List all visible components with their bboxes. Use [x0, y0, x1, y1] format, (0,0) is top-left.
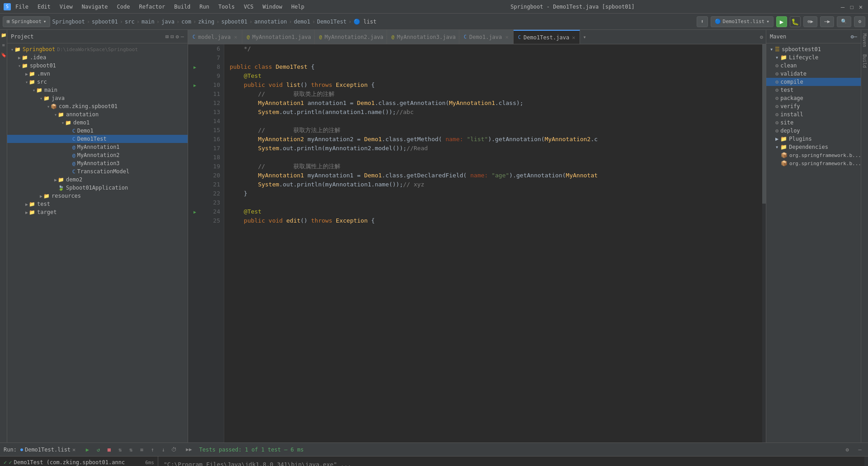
tree-item-transcationmodel[interactable]: ▶ C TranscationModel [7, 167, 188, 176]
run-stop-button[interactable]: ■ [104, 445, 113, 454]
maven-install[interactable]: ⚙ install [766, 110, 861, 119]
debug-button[interactable]: 🐛 [790, 16, 801, 27]
maven-verify[interactable]: ⚙ verify [766, 102, 861, 110]
maven-dependencies-section[interactable]: ▾ 📁 Dependencies [766, 143, 861, 151]
tab-demo1test[interactable]: C Demo1Test.java ✕ [514, 30, 580, 44]
gutter-24[interactable]: ▶ [188, 207, 202, 216]
menu-edit[interactable]: Edit [36, 3, 52, 11]
maven-clean[interactable]: ⚙ clean [766, 62, 861, 70]
menu-tools[interactable]: Tools [217, 3, 236, 11]
tree-item-resources[interactable]: ▶ 📁 resources [7, 192, 188, 200]
minimize-panel-icon[interactable]: — [181, 33, 184, 40]
tree-item-demo2[interactable]: ▶ 📁 demo2 [7, 176, 188, 184]
structure-icon[interactable]: ≡ [0, 42, 7, 48]
run-rerun-button[interactable]: ↺ [94, 445, 103, 454]
tree-item-target[interactable]: ▶ 📁 target [7, 208, 188, 216]
run-settings-button[interactable]: ⚙ [843, 445, 852, 454]
run-minimize-button[interactable]: — [855, 445, 864, 454]
run-with-coverage[interactable]: ⊕▶ [803, 16, 817, 27]
tab-myannotation2[interactable]: @ MyAnnotation2.java ✕ [315, 30, 387, 44]
close-button[interactable]: ✕ [857, 3, 864, 10]
tree-item-java[interactable]: ▾ 📁 java [7, 94, 188, 102]
run-history-button[interactable]: ⏱ [170, 445, 179, 454]
run-filter-button[interactable]: ≡ [137, 445, 146, 454]
maven-side-icon[interactable]: Maven [862, 32, 867, 49]
tree-item-test[interactable]: ▶ 📁 test [7, 200, 188, 208]
run-prev-button[interactable]: ↑ [148, 445, 157, 454]
editor-settings-button[interactable]: ⚙ [757, 30, 766, 44]
gutter-10[interactable]: ▶ [188, 81, 202, 90]
menu-build[interactable]: Build [172, 3, 192, 11]
tree-item-myannotation2[interactable]: ▶ @ MyAnnotation2 [7, 151, 188, 159]
maven-site[interactable]: ⚙ site [766, 119, 861, 127]
search-everywhere[interactable]: 🔍 [837, 16, 851, 27]
tree-item-demo1[interactable]: ▾ 📁 demo1 [7, 119, 188, 127]
menu-help[interactable]: Help [289, 3, 306, 11]
tree-item-src[interactable]: ▾ 📁 src [7, 78, 188, 86]
editor-content[interactable]: ▶ ▶ ▶ 6 7 [188, 44, 766, 442]
gutter-8[interactable]: ▶ [188, 62, 202, 71]
tree-item-myannotation1[interactable]: ▶ @ MyAnnotation1 [7, 143, 188, 151]
maven-deploy[interactable]: ⚙ deploy [766, 127, 861, 135]
run-sort-button[interactable]: ⇅ [115, 445, 124, 454]
tree-item-main[interactable]: ▾ 📁 main [7, 86, 188, 94]
maven-plugins-section[interactable]: ▶ 📁 Plugins [766, 135, 861, 143]
run-green-button[interactable]: ▶ [83, 445, 92, 454]
tree-item-myannotation3[interactable]: ▶ @ MyAnnotation3 [7, 159, 188, 167]
test-root-item[interactable]: ✓ ✓ Demo1Test (com.zking.spboot01.annc 6… [0, 458, 158, 466]
tab-myannotation3[interactable]: @ MyAnnotation3.java ✕ [387, 30, 459, 44]
tree-item-mvn[interactable]: ▶ 📁 .mvn [7, 70, 188, 78]
maven-validate[interactable]: ⚙ validate [766, 70, 861, 78]
tab-myannotation1[interactable]: @ MyAnnotation1.java ✕ [242, 30, 315, 44]
menu-run[interactable]: Run [198, 3, 211, 11]
run-config-tab[interactable]: ● Demo1Test.list ✕ [20, 447, 75, 453]
project-dropdown[interactable]: ⊞Springboot▾ [3, 16, 50, 27]
tree-item-idea[interactable]: ▶ 📁 .idea [7, 53, 188, 62]
menu-refactor[interactable]: Refactor [137, 3, 167, 11]
maven-settings-icon[interactable]: ⚙ [851, 33, 854, 40]
run-config-selector[interactable]: 🔵 Demo1Test.list ▾ [711, 16, 774, 27]
tab-overflow-button[interactable]: ▾ [580, 30, 589, 44]
scope-icon[interactable]: ⊞ [165, 33, 169, 40]
run-scrollbar[interactable] [864, 456, 868, 466]
maven-dep-2[interactable]: 📦 org.springframework.b... [766, 159, 861, 167]
window-controls[interactable]: — ☐ ✕ [839, 3, 864, 10]
menu-bar[interactable]: File Edit View Navigate Code Refactor Bu… [14, 3, 306, 11]
tree-item-demo1-class[interactable]: ▶ C Demo1 [7, 127, 188, 135]
maven-compile[interactable]: ⚙ compile [766, 78, 861, 86]
project-icon[interactable]: 📁 [0, 32, 7, 38]
menu-view[interactable]: View [58, 3, 75, 11]
run-next-button[interactable]: ↓ [159, 445, 168, 454]
maven-test[interactable]: ⚙ test [766, 86, 861, 94]
tree-root[interactable]: ▾ 📁 Springboot D:\ideaWorkSpace\Springbo… [7, 45, 188, 53]
maximize-button[interactable]: ☐ [848, 3, 855, 10]
more-run-options[interactable]: ⋯▶ [820, 16, 834, 27]
menu-code[interactable]: Code [115, 3, 132, 11]
run-sort2-button[interactable]: ⇅ [126, 445, 135, 454]
maven-dep-1[interactable]: 📦 org.springframework.b... [766, 151, 861, 159]
tab-demo1[interactable]: C Demo1.java ✕ [459, 30, 514, 44]
tree-item-package[interactable]: ▾ 📦 com.zking.spboot01 [7, 102, 188, 110]
tree-item-spboot01app[interactable]: ▶ 🍃 Spboot01Application [7, 184, 188, 192]
tree-item-spboot01[interactable]: ▾ 📁 spboot01 [7, 62, 188, 70]
build-side-icon[interactable]: Build [862, 52, 867, 70]
code-editor[interactable]: */ public class Demo1Test { @Test public… [224, 44, 762, 442]
minimize-button[interactable]: — [839, 3, 846, 10]
collapse-all-icon[interactable]: ⊟ [170, 33, 174, 40]
bookmarks-icon[interactable]: 🔖 [0, 52, 7, 58]
vertical-scrollbar[interactable] [762, 44, 766, 442]
maven-lifecycle-section[interactable]: ▾ 📁 Lifecycle [766, 53, 861, 62]
git-update-button[interactable]: ⬆ [697, 16, 708, 27]
tree-item-annotation[interactable]: ▾ 📁 annotation [7, 110, 188, 119]
menu-file[interactable]: File [14, 3, 30, 11]
tab-model[interactable]: C model.java ✕ [188, 30, 242, 44]
settings-button[interactable]: ⚙ [854, 16, 865, 27]
settings-icon[interactable]: ⚙ [176, 33, 179, 40]
run-button[interactable]: ▶ [776, 16, 787, 27]
tree-item-demo1test[interactable]: ▶ C Demo1Test [7, 135, 188, 143]
maven-package[interactable]: ⚙ package [766, 94, 861, 102]
menu-window[interactable]: Window [261, 3, 284, 11]
menu-navigate[interactable]: Navigate [80, 3, 110, 11]
maven-project[interactable]: ▾ ☰ spboottest01 [766, 45, 861, 53]
maven-collapse-icon[interactable]: — [854, 33, 857, 40]
